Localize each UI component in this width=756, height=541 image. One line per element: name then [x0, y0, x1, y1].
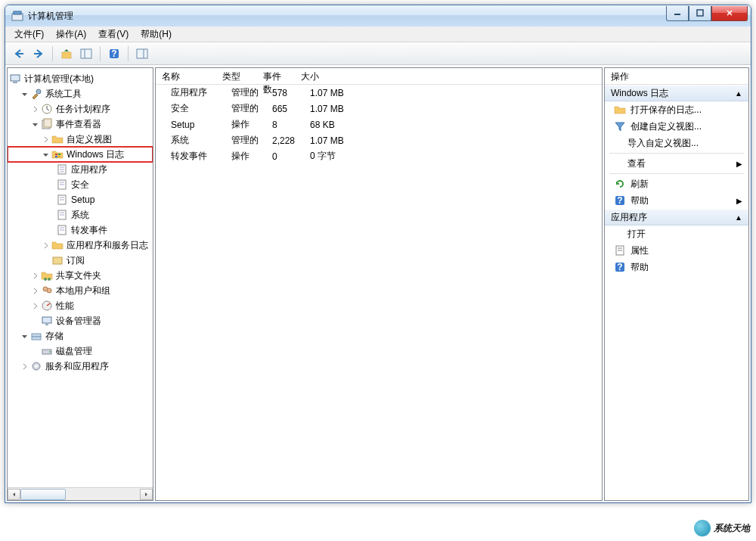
help-icon: ?: [614, 261, 626, 273]
col-type[interactable]: 类型: [216, 68, 257, 84]
collapse-arrow-icon: ▲: [735, 213, 742, 222]
menu-help[interactable]: 帮助(H): [135, 26, 178, 42]
expand-icon[interactable]: [30, 271, 39, 280]
minimize-button[interactable]: [666, 6, 689, 21]
collapse-icon[interactable]: [20, 331, 29, 340]
nav-forward-button[interactable]: [29, 45, 48, 63]
computer-icon: [9, 73, 21, 85]
scroll-thumb[interactable]: [20, 489, 66, 500]
clock-icon: [41, 103, 53, 115]
tree-log-forwarded[interactable]: 转发事件: [8, 222, 153, 238]
tree-log-application[interactable]: 应用程序: [8, 162, 153, 177]
expand-icon[interactable]: [20, 362, 29, 371]
svg-rect-44: [45, 324, 48, 325]
tools-icon: [30, 88, 42, 100]
svg-point-39: [48, 278, 51, 281]
action-create-custom-view[interactable]: 创建自定义视图...: [605, 118, 748, 135]
tree-system-tools[interactable]: 系统工具: [8, 86, 153, 101]
svg-rect-45: [32, 334, 41, 337]
list-row[interactable]: 转发事件 操作 0 0 字节: [156, 148, 602, 164]
actions-group-application[interactable]: 应用程序 ▲: [605, 209, 748, 225]
tree-performance[interactable]: 性能: [8, 298, 153, 313]
list-row[interactable]: 系统 管理的 2,228 1.07 MB: [156, 132, 602, 148]
menu-action[interactable]: 操作(A): [50, 26, 92, 42]
expand-icon[interactable]: [41, 241, 50, 250]
device-icon: [41, 315, 53, 327]
svg-text:?: ?: [111, 48, 116, 59]
svg-rect-46: [32, 337, 41, 340]
svg-rect-11: [11, 75, 20, 81]
action-import-custom-view[interactable]: 导入自定义视图...: [605, 135, 748, 151]
toolbar-separator: [100, 46, 101, 61]
close-button[interactable]: [711, 6, 748, 21]
expand-icon[interactable]: [30, 104, 39, 113]
tree-event-viewer[interactable]: 事件查看器: [8, 117, 153, 132]
windows-folder-icon: [51, 148, 64, 160]
list-row[interactable]: 安全 管理的 665 1.07 MB: [156, 101, 602, 117]
svg-rect-16: [44, 119, 51, 127]
tree-storage[interactable]: 存储: [8, 328, 153, 344]
svg-point-50: [35, 365, 38, 368]
tree-device-manager[interactable]: 设备管理器: [8, 313, 153, 328]
nav-back-button[interactable]: [10, 45, 28, 63]
col-size[interactable]: 大小: [295, 68, 355, 84]
svg-text:?: ?: [617, 262, 622, 272]
col-name[interactable]: 名称: [156, 68, 216, 84]
svg-rect-17: [55, 154, 57, 155]
tree-services-apps[interactable]: 服务和应用程序: [8, 359, 153, 374]
svg-point-48: [49, 351, 51, 353]
expand-icon[interactable]: [41, 135, 50, 144]
action-view[interactable]: 查看 ▶: [605, 155, 748, 172]
list-row[interactable]: 应用程序 管理的 578 1.07 MB: [156, 85, 602, 101]
action-open[interactable]: 打开: [605, 225, 748, 242]
expand-icon[interactable]: [30, 286, 39, 295]
collapse-icon[interactable]: [30, 120, 39, 129]
tree-hscrollbar[interactable]: [8, 487, 153, 500]
action-help[interactable]: ? 帮助 ▶: [605, 192, 748, 209]
tree-subscriptions[interactable]: 订阅: [8, 253, 153, 268]
log-icon: [56, 179, 68, 191]
tree-app-service-logs[interactable]: 应用程序和服务日志: [8, 238, 153, 253]
scroll-left-button[interactable]: [8, 489, 20, 500]
action-open-saved-log[interactable]: 打开保存的日志...: [605, 101, 748, 118]
svg-rect-20: [58, 156, 60, 157]
menu-view[interactable]: 查看(V): [92, 26, 135, 42]
up-level-button[interactable]: [57, 45, 76, 63]
svg-rect-3: [697, 10, 703, 16]
tree-log-setup[interactable]: Setup: [8, 192, 153, 207]
scroll-right-button[interactable]: [140, 489, 153, 500]
tree-custom-views[interactable]: 自定义视图: [8, 132, 153, 147]
action-pane-button[interactable]: [133, 45, 151, 63]
list-row[interactable]: Setup 操作 8 68 KB: [156, 117, 602, 132]
tree-log-security[interactable]: 安全: [8, 177, 153, 192]
expand-icon[interactable]: [30, 301, 39, 310]
action-properties[interactable]: 属性: [605, 242, 748, 259]
collapse-icon[interactable]: [41, 150, 50, 159]
action-refresh[interactable]: 刷新: [605, 176, 748, 192]
tree-local-users-groups[interactable]: 本地用户和组: [8, 283, 153, 298]
event-viewer-icon: [41, 118, 53, 130]
maximize-button[interactable]: [689, 6, 711, 21]
tree-windows-logs[interactable]: Windows 日志: [8, 147, 153, 162]
menu-file[interactable]: 文件(F): [8, 26, 50, 42]
toolbar-separator: [128, 46, 129, 61]
storage-icon: [30, 330, 42, 342]
tree-log-system[interactable]: 系统: [8, 207, 153, 222]
tree-shared-folders[interactable]: 共享文件夹: [8, 268, 153, 283]
actions-group-windows-logs[interactable]: Windows 日志 ▲: [605, 85, 748, 101]
tree-disk-management[interactable]: 磁盘管理: [8, 344, 153, 359]
tree-task-scheduler[interactable]: 任务计划程序: [8, 101, 153, 117]
list-header: 名称 类型 事件数 大小: [156, 68, 602, 85]
action-help-2[interactable]: ? 帮助: [605, 259, 748, 275]
window-title: 计算机管理: [28, 10, 666, 23]
show-hide-tree-button[interactable]: [77, 45, 95, 63]
collapse-icon[interactable]: [20, 89, 29, 98]
tree-root[interactable]: 计算机管理(本地): [8, 71, 153, 86]
open-folder-icon: [614, 104, 626, 116]
watermark: 系统天地: [694, 520, 750, 536]
help-icon: ?: [614, 194, 626, 207]
app-window: 计算机管理 文件(F) 操作(A) 查看(V) 帮助(H) ?: [5, 5, 751, 503]
help-button[interactable]: ?: [105, 45, 123, 63]
col-count[interactable]: 事件数: [257, 68, 295, 84]
svg-rect-1: [14, 11, 21, 14]
